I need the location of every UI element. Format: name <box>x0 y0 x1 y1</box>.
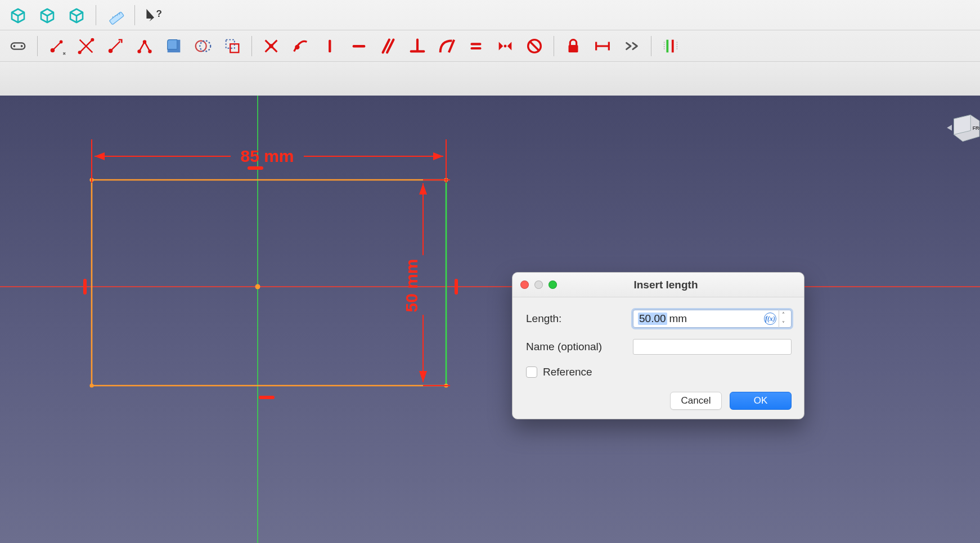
equal-constraint-icon <box>466 37 485 56</box>
cancel-button-label: Cancel <box>681 395 711 406</box>
axonometric-view-button[interactable] <box>5 3 32 28</box>
navigation-cube[interactable]: FRONT <box>944 106 980 151</box>
reference-checkbox[interactable] <box>526 366 537 378</box>
create-point-button[interactable] <box>43 34 70 58</box>
svg-point-11 <box>78 51 82 54</box>
navigation-cube-icon: FRONT <box>944 106 980 151</box>
cancel-button[interactable]: Cancel <box>670 392 722 410</box>
toggle-construction-button[interactable] <box>190 34 217 58</box>
expression-icon[interactable]: f(x) <box>764 313 776 325</box>
stepper-up-icon[interactable]: ˄ <box>779 310 788 319</box>
horizontal-constraint-button[interactable] <box>345 34 372 58</box>
clone-button[interactable] <box>219 34 246 58</box>
toolbar-overflow-button[interactable] <box>618 34 645 58</box>
measure-icon <box>106 6 125 25</box>
lock-constraint-button[interactable] <box>560 34 587 58</box>
coincident-constraint-button[interactable] <box>258 34 285 58</box>
name-input[interactable] <box>633 339 792 355</box>
toolbar-divider <box>554 36 554 56</box>
svg-rect-29 <box>569 45 578 52</box>
svg-point-7 <box>14 45 16 47</box>
clone-icon <box>223 37 242 56</box>
svg-rect-46 <box>248 166 263 170</box>
point-on-object-constraint-button[interactable] <box>287 34 314 58</box>
vertical-constraint-icon <box>320 37 339 56</box>
equal-constraint-button[interactable] <box>462 34 489 58</box>
isometric-view-button[interactable] <box>34 3 61 28</box>
svg-point-10 <box>60 40 63 43</box>
toolbar-overflow-icon <box>622 37 641 56</box>
parallel-constraint-icon <box>379 37 398 56</box>
length-value: 50.00 <box>638 313 667 325</box>
trim-button[interactable] <box>73 34 100 58</box>
block-constraint-button[interactable] <box>521 34 548 58</box>
extend-button[interactable] <box>102 34 129 58</box>
close-window-button[interactable] <box>520 280 529 289</box>
perpendicular-constraint-button[interactable] <box>404 34 431 58</box>
svg-point-22 <box>295 44 299 49</box>
horizontal-constraint-icon <box>349 37 368 56</box>
whats-this-icon: ? <box>145 6 164 25</box>
svg-marker-52 <box>419 371 427 382</box>
measure-button[interactable] <box>102 3 129 28</box>
toggle-construction-icon <box>194 37 213 56</box>
toolbars: ? <box>0 0 980 96</box>
sketch-rectangle <box>89 178 448 387</box>
point-on-object-constraint-icon <box>291 37 310 56</box>
axonometric-view-icon <box>8 6 28 25</box>
perpendicular-constraint-icon <box>408 37 427 56</box>
svg-text:?: ? <box>156 8 161 19</box>
vertical-dimension-label: 50 mm <box>402 259 421 312</box>
svg-rect-25 <box>471 43 482 45</box>
whats-this-button[interactable]: ? <box>141 3 168 28</box>
symmetric-constraint-button[interactable] <box>492 34 519 58</box>
parallel-constraint-button[interactable] <box>375 34 402 58</box>
split-button[interactable] <box>131 34 158 58</box>
stepper-down-icon[interactable]: ˅ <box>779 319 788 328</box>
horizontal-distance-button[interactable] <box>589 34 616 58</box>
svg-point-16 <box>148 49 151 53</box>
toolbar-divider <box>651 36 651 56</box>
sketch-toolbar <box>0 30 980 62</box>
vertical-constraint-glyph <box>455 279 458 295</box>
toolbar-spacer <box>0 62 980 96</box>
length-unit: mm <box>669 313 687 325</box>
svg-rect-31 <box>672 39 674 52</box>
horizontal-dimension-label: 85 mm <box>240 147 294 165</box>
create-point-icon <box>47 37 66 56</box>
sketch-scene: 85 mm 50 mm <box>0 96 980 543</box>
svg-point-27 <box>504 44 507 47</box>
svg-marker-44 <box>95 152 105 160</box>
vertical-dimension[interactable]: 50 mm <box>402 180 450 386</box>
svg-rect-23 <box>329 39 331 52</box>
svg-marker-55 <box>947 125 952 131</box>
svg-text:FRONT: FRONT <box>973 125 980 131</box>
create-slot-icon <box>8 37 28 56</box>
toolbar-divider <box>251 36 252 56</box>
svg-rect-6 <box>11 43 25 49</box>
length-label: Length: <box>526 313 625 325</box>
dimetric-view-button[interactable] <box>63 3 90 28</box>
horizontal-constraint-glyph <box>259 396 275 399</box>
svg-rect-0 <box>109 11 124 24</box>
block-constraint-icon <box>525 37 544 56</box>
tangent-constraint-button[interactable] <box>433 34 460 58</box>
vertical-constraint-button[interactable] <box>316 34 343 58</box>
toggle-virtual-space-button[interactable] <box>657 34 684 58</box>
svg-rect-24 <box>353 45 366 47</box>
svg-marker-45 <box>433 152 443 160</box>
isometric-view-icon <box>38 6 57 25</box>
horizontal-dimension[interactable]: 85 mm <box>92 139 446 183</box>
length-stepper[interactable]: ˄ ˅ <box>779 310 788 328</box>
svg-point-21 <box>269 44 273 48</box>
tangent-constraint-icon <box>437 37 456 56</box>
dialog-titlebar[interactable]: Insert length <box>513 273 804 297</box>
ok-button[interactable]: OK <box>730 392 792 410</box>
view-toolbar: ? <box>0 0 980 30</box>
symmetric-constraint-icon <box>496 37 515 56</box>
reference-label: Reference <box>543 366 592 378</box>
length-input[interactable]: 50.00 mm f(x) ˄ ˅ <box>633 310 792 328</box>
create-slot-button[interactable] <box>5 34 32 58</box>
sketch-viewport[interactable]: 85 mm 50 mm FRONT <box>0 96 980 543</box>
fillet-button[interactable] <box>160 34 187 58</box>
